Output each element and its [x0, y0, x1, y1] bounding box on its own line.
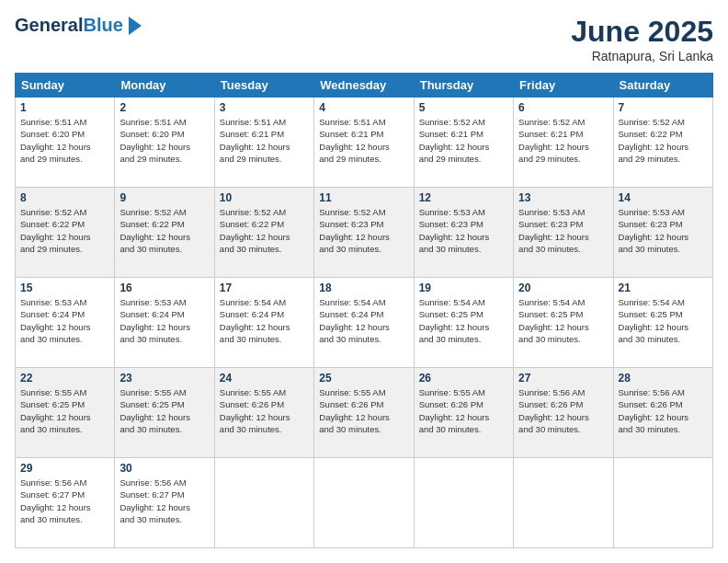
location: Ratnapura, Sri Lanka — [571, 49, 713, 63]
day-15: 15 Sunrise: 5:53 AMSunset: 6:24 PMDaylig… — [16, 278, 115, 368]
day-18: 18 Sunrise: 5:54 AMSunset: 6:24 PMDaylig… — [314, 278, 414, 368]
day-29: 29 Sunrise: 5:56 AMSunset: 6:27 PMDaylig… — [16, 458, 115, 548]
day-7: 7 Sunrise: 5:52 AMSunset: 6:22 PMDayligh… — [613, 98, 712, 188]
week-row-4: 22 Sunrise: 5:55 AMSunset: 6:25 PMDaylig… — [16, 368, 713, 458]
empty-cell-4 — [514, 458, 613, 548]
header-friday: Friday — [514, 74, 613, 98]
week-row-3: 15 Sunrise: 5:53 AMSunset: 6:24 PMDaylig… — [16, 278, 713, 368]
day-21: 21 Sunrise: 5:54 AMSunset: 6:25 PMDaylig… — [613, 278, 712, 368]
header-saturday: Saturday — [613, 74, 712, 98]
day-8: 8 Sunrise: 5:52 AMSunset: 6:22 PMDayligh… — [16, 188, 115, 278]
header: GeneralBlue June 2025 Ratnapura, Sri Lan… — [15, 15, 713, 63]
day-17: 17 Sunrise: 5:54 AMSunset: 6:24 PMDaylig… — [214, 278, 313, 368]
header-sunday: Sunday — [16, 74, 115, 98]
week-row-2: 8 Sunrise: 5:52 AMSunset: 6:22 PMDayligh… — [16, 188, 713, 278]
calendar-table: Sunday Monday Tuesday Wednesday Thursday… — [15, 73, 713, 548]
day-28: 28 Sunrise: 5:56 AMSunset: 6:26 PMDaylig… — [613, 368, 712, 458]
day-20: 20 Sunrise: 5:54 AMSunset: 6:25 PMDaylig… — [514, 278, 613, 368]
logo-general: General — [15, 15, 83, 35]
day-5: 5 Sunrise: 5:52 AMSunset: 6:21 PMDayligh… — [414, 98, 513, 188]
header-monday: Monday — [115, 74, 214, 98]
day-9: 9 Sunrise: 5:52 AMSunset: 6:22 PMDayligh… — [115, 188, 214, 278]
empty-cell-1 — [214, 458, 313, 548]
day-26: 26 Sunrise: 5:55 AMSunset: 6:26 PMDaylig… — [414, 368, 513, 458]
day-14: 14 Sunrise: 5:53 AMSunset: 6:23 PMDaylig… — [613, 188, 712, 278]
day-1: 1 Sunrise: 5:51 AMSunset: 6:20 PMDayligh… — [16, 98, 115, 188]
day-10: 10 Sunrise: 5:52 AMSunset: 6:22 PMDaylig… — [214, 188, 313, 278]
weekday-header-row: Sunday Monday Tuesday Wednesday Thursday… — [16, 74, 713, 98]
empty-cell-5 — [613, 458, 712, 548]
title-block: June 2025 Ratnapura, Sri Lanka — [571, 15, 713, 63]
day-22: 22 Sunrise: 5:55 AMSunset: 6:25 PMDaylig… — [16, 368, 115, 458]
day-19: 19 Sunrise: 5:54 AMSunset: 6:25 PMDaylig… — [414, 278, 513, 368]
week-row-1: 1 Sunrise: 5:51 AMSunset: 6:20 PMDayligh… — [16, 98, 713, 188]
day-13: 13 Sunrise: 5:53 AMSunset: 6:23 PMDaylig… — [514, 188, 613, 278]
day-16: 16 Sunrise: 5:53 AMSunset: 6:24 PMDaylig… — [115, 278, 214, 368]
logo-blue: Blue — [83, 15, 122, 35]
logo-arrow-icon — [129, 17, 142, 35]
day-25: 25 Sunrise: 5:55 AMSunset: 6:26 PMDaylig… — [314, 368, 414, 458]
empty-cell-2 — [314, 458, 414, 548]
day-30: 30 Sunrise: 5:56 AMSunset: 6:27 PMDaylig… — [115, 458, 214, 548]
day-24: 24 Sunrise: 5:55 AMSunset: 6:26 PMDaylig… — [214, 368, 313, 458]
header-wednesday: Wednesday — [314, 74, 414, 98]
header-thursday: Thursday — [414, 74, 513, 98]
page: GeneralBlue June 2025 Ratnapura, Sri Lan… — [0, 0, 728, 563]
month-title: June 2025 — [571, 15, 713, 49]
logo: GeneralBlue — [15, 15, 142, 36]
logo-text: GeneralBlue — [15, 15, 123, 36]
day-3: 3 Sunrise: 5:51 AMSunset: 6:21 PMDayligh… — [214, 98, 313, 188]
day-6: 6 Sunrise: 5:52 AMSunset: 6:21 PMDayligh… — [514, 98, 613, 188]
week-row-5: 29 Sunrise: 5:56 AMSunset: 6:27 PMDaylig… — [16, 458, 713, 548]
header-tuesday: Tuesday — [214, 74, 313, 98]
day-4: 4 Sunrise: 5:51 AMSunset: 6:21 PMDayligh… — [314, 98, 414, 188]
day-11: 11 Sunrise: 5:52 AMSunset: 6:23 PMDaylig… — [314, 188, 414, 278]
day-23: 23 Sunrise: 5:55 AMSunset: 6:25 PMDaylig… — [115, 368, 214, 458]
day-27: 27 Sunrise: 5:56 AMSunset: 6:26 PMDaylig… — [514, 368, 613, 458]
day-2: 2 Sunrise: 5:51 AMSunset: 6:20 PMDayligh… — [115, 98, 214, 188]
day-12: 12 Sunrise: 5:53 AMSunset: 6:23 PMDaylig… — [414, 188, 513, 278]
empty-cell-3 — [414, 458, 513, 548]
